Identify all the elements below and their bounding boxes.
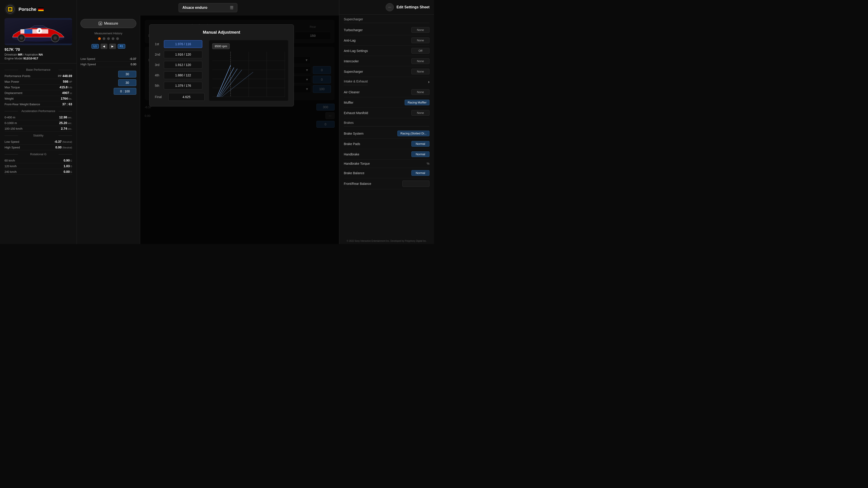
exhaust-manifold-value: None bbox=[411, 110, 430, 116]
high-speed-value: 0.00 (Neutral) bbox=[55, 145, 72, 149]
supercharger-value-bar: None bbox=[411, 69, 430, 74]
nav-row: L1 ◀ ▶ R1 bbox=[92, 43, 125, 49]
supercharger-title: Supercharger bbox=[344, 15, 430, 23]
gear-3-input[interactable] bbox=[164, 61, 202, 69]
handbrake-label: Handbrake bbox=[344, 153, 360, 156]
rpm-chart-svg bbox=[212, 52, 285, 97]
intake-exhaust-header: Intake & Exhaust › bbox=[344, 77, 430, 87]
rp-front-rear-balance: Front/Rear Balance bbox=[344, 178, 430, 189]
modal-title: Manual Adjustment bbox=[155, 30, 288, 35]
stat-accel-1000: 0-1000 m 25.20sec. bbox=[4, 120, 72, 126]
rp-brake-balance: Brake Balance Normal bbox=[344, 168, 430, 178]
gear-row-4: 4th bbox=[155, 71, 205, 79]
edit-settings-label: Edit Settings Sheet bbox=[397, 5, 430, 9]
gear-2-input[interactable] bbox=[164, 51, 202, 58]
num-input-row2 bbox=[81, 79, 136, 86]
muffler-label: Muffler bbox=[344, 101, 353, 104]
pp-label: Performance Points bbox=[4, 74, 30, 78]
intercooler-value-bar: None bbox=[411, 58, 430, 64]
front-rear-balance-value-bar bbox=[402, 181, 430, 187]
stat-accel-400: 0-400 m 12.98sec. bbox=[4, 115, 72, 120]
rp-muffler: Muffler Racing Muffler bbox=[344, 97, 430, 108]
history-dots bbox=[98, 37, 119, 40]
final-input[interactable] bbox=[168, 93, 205, 101]
right-panel: ··· Edit Settings Sheet Supercharger Tur… bbox=[339, 0, 434, 244]
handbrake-torque-value-bar: % bbox=[427, 162, 430, 165]
nav-back-button[interactable]: ◀ bbox=[101, 43, 107, 49]
rpm-badge: 8500 rpm bbox=[212, 43, 230, 49]
num-inputs bbox=[81, 71, 136, 95]
copyright: © 2022 Sony Interactive Entertainment In… bbox=[339, 238, 434, 244]
dot-3 bbox=[107, 37, 110, 40]
rot-60-value: 0.90G bbox=[64, 159, 72, 162]
car-specs-drivetrain: Drivetrain MR / Aspiration NA bbox=[4, 53, 72, 56]
gear-1-input[interactable] bbox=[164, 40, 202, 48]
track-selector[interactable]: Alsace enduro ☰ bbox=[179, 3, 237, 12]
stat-rot-120: 120 km/h 1.03G bbox=[4, 163, 72, 169]
rp-air-cleaner: Air Cleaner None bbox=[344, 87, 430, 97]
brake-balance-value: Normal bbox=[411, 170, 430, 176]
center-panel: Alsace enduro ☰ Measure Measurement Hist… bbox=[77, 0, 339, 244]
displacement-value: 4907cc bbox=[62, 91, 72, 95]
front-rear-balance-bar bbox=[402, 181, 430, 187]
front-rear-balance-label: Front/Rear Balance bbox=[344, 182, 371, 186]
menu-icon[interactable]: ☰ bbox=[230, 5, 234, 10]
dot-4 bbox=[112, 37, 114, 40]
max-power-value: 598HP bbox=[63, 80, 72, 84]
gear-4-input[interactable] bbox=[164, 71, 202, 79]
exhaust-manifold-value-bar: None bbox=[411, 110, 430, 116]
dot-5 bbox=[116, 37, 119, 40]
rp-turbocharger: Turbocharger None bbox=[344, 25, 430, 35]
gear-4-label: 4th bbox=[155, 73, 162, 77]
final-row: Final bbox=[155, 93, 205, 101]
muffler-value-bar: Racing Muffler bbox=[405, 100, 430, 105]
triangle-icon bbox=[98, 22, 102, 25]
brake-pads-label: Brake Pads bbox=[344, 142, 360, 146]
left-panel-stats: Base Performance Performance Points PP 4… bbox=[0, 64, 76, 244]
num-input-1[interactable] bbox=[118, 71, 136, 77]
rotational-title: Rotational G bbox=[4, 153, 72, 156]
porsche-brand: Porsche bbox=[19, 7, 43, 12]
r1-badge: R1 bbox=[118, 44, 125, 48]
stab-high: High Speed 0.00 bbox=[81, 62, 136, 67]
max-torque-value: 415.8ft-lb bbox=[60, 86, 72, 89]
left-panel: P Porsche bbox=[0, 0, 77, 244]
measure-button[interactable]: Measure bbox=[81, 19, 136, 28]
track-name: Alsace enduro bbox=[182, 6, 207, 10]
gear-row-3: 3rd bbox=[155, 61, 205, 69]
num-input-3[interactable] bbox=[114, 88, 136, 95]
car-specs-engine: Engine Model 912/10-917 bbox=[4, 57, 72, 60]
weight-value: 1764lbs. bbox=[61, 97, 72, 100]
dots-button[interactable]: ··· bbox=[385, 3, 394, 11]
svg-point-10 bbox=[20, 36, 23, 39]
porsche-crest-icon: P bbox=[4, 4, 16, 15]
antilag-settings-value: Off bbox=[411, 48, 430, 54]
gear-row-2: 2nd bbox=[155, 51, 205, 58]
manual-adjustment-modal: Manual Adjustment 1st 2nd 3rd bbox=[149, 24, 294, 106]
handbrake-torque-label: Handbrake Torque bbox=[344, 162, 370, 165]
intercooler-value: None bbox=[411, 58, 430, 64]
gear-1-label: 1st bbox=[155, 42, 162, 46]
stat-high-speed: High Speed 0.00 (Neutral) bbox=[4, 144, 72, 150]
stat-rot-60: 60 km/h 0.90G bbox=[4, 158, 72, 163]
brand-name: Porsche bbox=[19, 7, 36, 12]
antilag-value-bar: None bbox=[411, 37, 430, 43]
stat-max-power: Max Power 598HP bbox=[4, 79, 72, 85]
air-cleaner-value: None bbox=[411, 89, 430, 95]
accel-1000-value: 25.20sec. bbox=[59, 121, 72, 125]
num-input-2[interactable] bbox=[118, 79, 136, 86]
rp-antilag: Anti-Lag None bbox=[344, 35, 430, 46]
brakes-title: Brakes bbox=[344, 118, 430, 127]
nav-forward-button[interactable]: ▶ bbox=[109, 43, 116, 49]
gear-5-input[interactable] bbox=[164, 82, 202, 90]
brake-pads-value-bar: Normal bbox=[411, 141, 430, 147]
accel-400-value: 12.98sec. bbox=[59, 116, 72, 119]
modal-content: 1st 2nd 3rd 4th bbox=[155, 40, 288, 101]
handbrake-value: Normal bbox=[411, 151, 430, 157]
antilag-label: Anti-Lag bbox=[344, 39, 355, 42]
antilag-settings-value-bar: Off bbox=[411, 48, 430, 54]
handbrake-torque-value: % bbox=[427, 162, 430, 165]
stat-weight: Weight 1764lbs. bbox=[4, 96, 72, 101]
gear-ratios: 1st 2nd 3rd 4th bbox=[155, 40, 205, 101]
rot-240-value: 0.00G bbox=[64, 170, 72, 173]
